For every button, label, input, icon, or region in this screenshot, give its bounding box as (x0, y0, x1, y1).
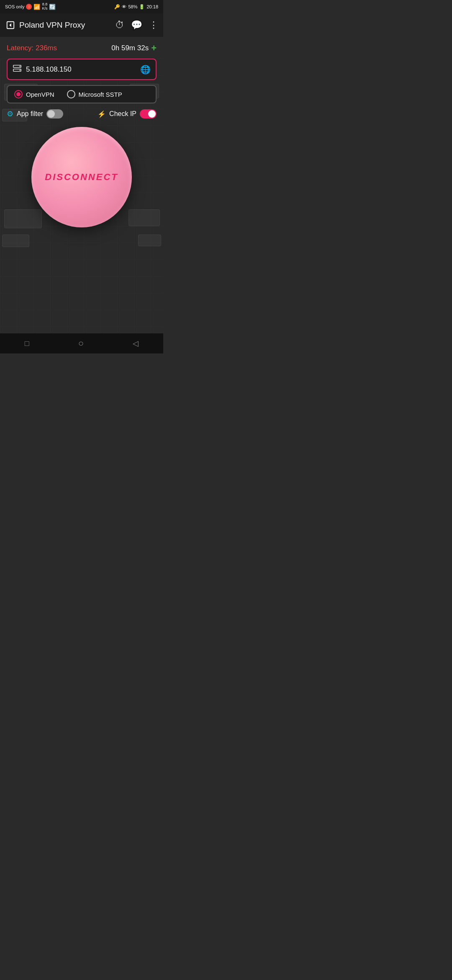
openvpn-option[interactable]: OpenVPN (14, 90, 54, 98)
map-rect-5 (2, 235, 29, 247)
ip-input-wrap[interactable]: 5.188.108.150 🌐 (7, 59, 157, 80)
more-icon[interactable]: ⋮ (149, 20, 157, 31)
check-ip-knob (148, 110, 156, 118)
map-rect-7 (138, 235, 161, 246)
nav-home-icon[interactable]: ○ (78, 338, 84, 349)
battery-text: 58% (128, 4, 137, 9)
latency-text: Latency: 236ms (7, 44, 57, 52)
speed-text: 8.8K/s (42, 3, 47, 11)
check-ip-group: ⚡ Check IP (98, 109, 157, 119)
carrier-text: SOS only (5, 4, 24, 9)
nav-recents-icon[interactable]: □ (25, 339, 29, 348)
check-ip-toggle[interactable] (140, 109, 157, 119)
protocol-selector: OpenVPN Microsoft SSTP (7, 85, 157, 103)
app-filter-toggle[interactable] (46, 109, 63, 119)
chat-icon[interactable]: 💬 (131, 20, 142, 31)
disconnect-label: DISCONNECT (45, 172, 118, 183)
ip-address: 5.188.108.150 (26, 65, 140, 74)
time-text: 20:18 (146, 4, 158, 9)
add-time-icon[interactable]: + (151, 43, 157, 54)
svg-point-3 (19, 66, 20, 67)
battery-icon: 🔋 (139, 4, 145, 10)
app-filter-knob (47, 110, 55, 118)
svg-point-4 (19, 70, 20, 70)
speedometer-icon[interactable]: ⏱ (115, 20, 124, 31)
app-filter-label: App filter (17, 110, 43, 118)
sync-icon: 🔄 (49, 4, 56, 10)
toggles-row: ⚙ App filter ⚡ Check IP (7, 109, 157, 119)
bolt-icon: ⚡ (98, 110, 106, 118)
sstp-label: Microsoft SSTP (79, 91, 122, 98)
warning-icon: ! (26, 4, 32, 10)
openvpn-label: OpenVPN (26, 91, 54, 98)
status-bar: SOS only ! 📶 8.8K/s 🔄 🔑 👁 58% 🔋 20:18 (0, 0, 163, 13)
sstp-radio[interactable] (67, 90, 75, 98)
status-right: 🔑 👁 58% 🔋 20:18 (114, 4, 158, 10)
check-ip-label: Check IP (109, 110, 136, 118)
status-left: SOS only ! 📶 8.8K/s 🔄 (5, 3, 56, 11)
eye-icon: 👁 (122, 4, 126, 9)
latency-row: Latency: 236ms 0h 59m 32s + (7, 43, 157, 54)
timer-text: 0h 59m 32s (111, 44, 149, 52)
disconnect-button[interactable]: DISCONNECT (31, 127, 132, 227)
wifi-icon: 📶 (33, 4, 40, 10)
top-bar: Poland VPN Proxy ⏱ 💬 ⋮ (0, 13, 163, 37)
app-title: Poland VPN Proxy (19, 21, 111, 30)
timer-row: 0h 59m 32s + (111, 43, 157, 54)
app-filter-group: ⚙ App filter (7, 109, 63, 119)
sstp-option[interactable]: Microsoft SSTP (67, 90, 122, 98)
globe-icon[interactable]: 🌐 (140, 64, 151, 75)
nav-back-icon[interactable] (6, 21, 15, 30)
nav-back-button[interactable]: ◁ (133, 339, 139, 348)
bottom-nav: □ ○ ◁ (0, 333, 163, 353)
key-icon: 🔑 (114, 4, 120, 10)
openvpn-radio-dot (16, 92, 21, 96)
gear-icon: ⚙ (7, 109, 13, 119)
server-icon (13, 64, 22, 75)
main-content: Latency: 236ms 0h 59m 32s + 5.188.108.15… (0, 37, 163, 233)
disconnect-btn-wrap: DISCONNECT (7, 127, 157, 227)
top-bar-actions: ⏱ 💬 ⋮ (115, 20, 157, 31)
openvpn-radio[interactable] (14, 90, 23, 98)
